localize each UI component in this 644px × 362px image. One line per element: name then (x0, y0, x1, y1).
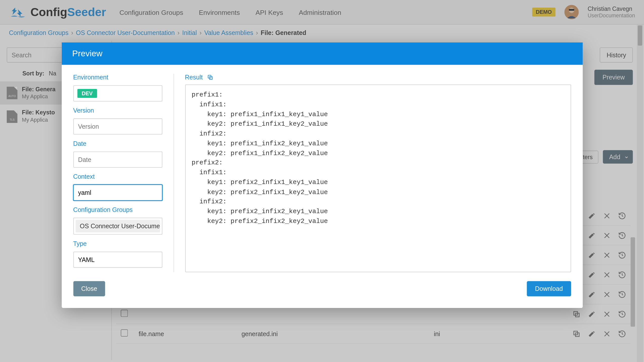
close-button[interactable]: Close (73, 281, 105, 296)
result-label: Result (185, 74, 203, 81)
copy-icon[interactable] (207, 74, 213, 80)
version-label: Version (73, 107, 162, 114)
version-input[interactable] (73, 118, 162, 134)
preview-modal: Preview Environment DEV Version Date Con… (61, 42, 582, 308)
env-chip-dev: DEV (77, 89, 97, 98)
modal-overlay: Preview Environment DEV Version Date Con… (0, 0, 644, 362)
context-label: Context (73, 173, 162, 180)
context-input[interactable] (73, 185, 162, 201)
download-button[interactable]: Download (527, 281, 571, 296)
date-label: Date (73, 140, 162, 147)
cfg-group-chip: OS Connector User-Documen (75, 220, 160, 233)
environment-field[interactable]: DEV (73, 85, 162, 102)
date-input[interactable] (73, 152, 162, 168)
type-label: Type (73, 240, 162, 247)
environment-label: Environment (73, 74, 162, 81)
cfg-groups-field[interactable]: OS Connector User-Documen (73, 218, 162, 235)
cfg-groups-label: Configuration Groups (73, 206, 162, 213)
result-output[interactable]: prefix1: infix1: key1: prefix1_infix1_ke… (185, 84, 571, 272)
modal-title: Preview (61, 42, 582, 65)
type-field[interactable] (73, 252, 162, 268)
